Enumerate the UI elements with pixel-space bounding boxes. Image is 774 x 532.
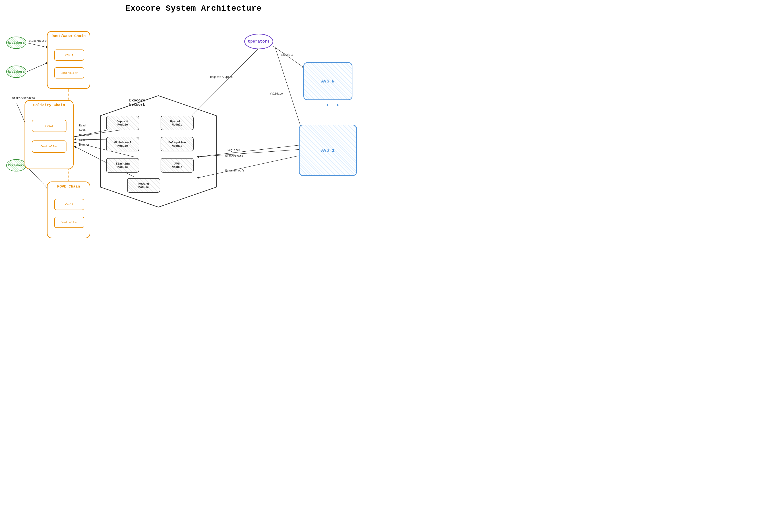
solidity-vault: Vault: [32, 120, 66, 132]
label-reward: Reward: [79, 144, 89, 147]
move-vault: Vault: [54, 199, 84, 210]
label-unlock: Unlock: [79, 134, 89, 137]
deposit-module: DepositModule: [106, 116, 139, 130]
label-validate-1: Validate: [280, 53, 293, 56]
move-chain-title: MOVE Chain: [47, 182, 90, 189]
label-lock: Lock: [79, 128, 86, 132]
label-register-optin: Register/Optin: [210, 76, 233, 79]
label-register: Register: [227, 149, 240, 152]
label-stake-withdraw-2: Stake/Withdraw: [12, 97, 35, 100]
avs-1-box: AVS 1: [299, 125, 357, 176]
operators-ellipse: Operators: [244, 34, 273, 49]
avs-module: AVSModule: [161, 158, 194, 173]
svg-line-1: [27, 43, 49, 48]
rust-wasm-vault: Vault: [54, 49, 84, 61]
move-controller: Controller: [54, 217, 84, 228]
exocore-network-label: Exocore Network: [123, 98, 152, 107]
rust-wasm-controller: Controller: [54, 67, 84, 78]
avs-dots: • •: [326, 102, 341, 109]
dotted-solidity-move: [68, 169, 69, 183]
rust-wasm-chain-box: Rust/Wasm Chain Vault Controller: [47, 31, 90, 89]
label-slash-proofs: SlashProofs: [225, 155, 243, 158]
operator-module: OperatorModule: [161, 116, 194, 130]
restaker-1: Restakers: [6, 37, 26, 49]
rust-wasm-chain-title: Rust/Wasm Chain: [47, 32, 90, 38]
svg-line-14: [196, 145, 303, 157]
solidity-chain-box: Solidity Chain Vault Controller: [25, 100, 74, 169]
svg-line-15: [196, 155, 303, 178]
svg-line-10: [185, 49, 258, 122]
dotted-rust-solidity: [68, 89, 69, 101]
solidity-controller: Controller: [32, 140, 66, 153]
page-title: Exocore System Architecture: [0, 0, 387, 13]
restaker-3: Restakers: [6, 159, 26, 171]
svg-line-13: [196, 149, 303, 157]
restaker-2: Restakers: [6, 66, 26, 78]
svg-line-11: [273, 46, 305, 68]
svg-line-4: [27, 167, 49, 189]
label-read: Read: [79, 124, 86, 127]
move-chain-box: MOVE Chain Vault Controller: [47, 181, 90, 238]
delegation-module: DelegationModule: [161, 137, 194, 151]
solidity-chain-title: Solidity Chain: [25, 101, 73, 107]
avs-n-box: AVS N: [303, 62, 352, 100]
label-slash: Slash: [79, 138, 87, 142]
label-reward-proofs: RewardProofs: [225, 169, 244, 172]
withdrawal-module: WithdrawalModule: [106, 137, 139, 151]
svg-line-2: [27, 62, 49, 72]
slashing-module: SlashingModule: [106, 158, 139, 173]
reward-module: RewardModule: [127, 178, 160, 193]
diagram: Stake/Withdraw Stake/Withdraw Stake/With…: [0, 13, 387, 264]
label-validate-2: Validate: [270, 92, 283, 95]
